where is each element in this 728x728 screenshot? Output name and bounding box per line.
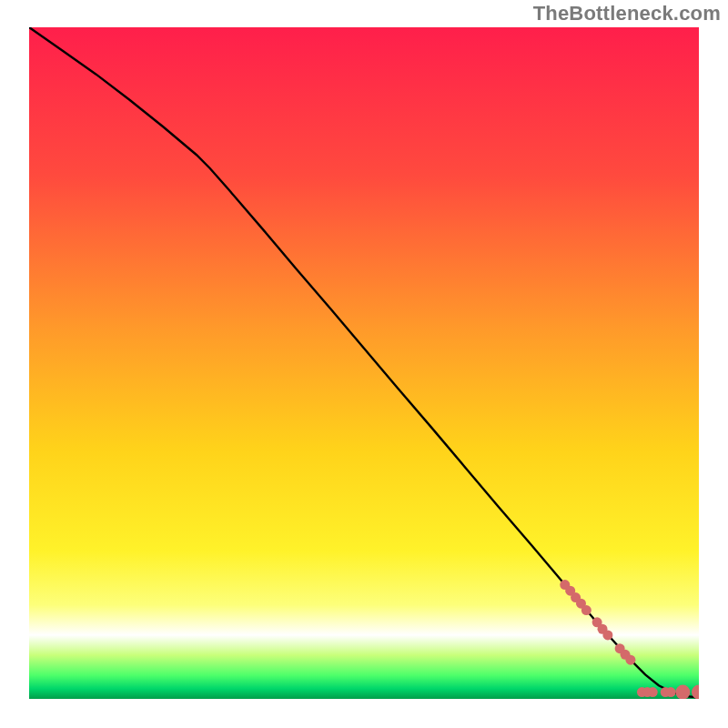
marker-dot (602, 630, 612, 640)
plot-svg (29, 27, 699, 699)
gradient-background (29, 27, 699, 699)
marker-dot (625, 655, 635, 665)
plot-frame (29, 27, 699, 699)
marker-dot (648, 687, 658, 697)
watermark-label: TheBottleneck.com (533, 2, 721, 25)
marker-dot (666, 687, 676, 697)
chart-stage: TheBottleneck.com (0, 0, 728, 728)
marker-dot (675, 685, 690, 699)
marker-dot (581, 605, 592, 615)
